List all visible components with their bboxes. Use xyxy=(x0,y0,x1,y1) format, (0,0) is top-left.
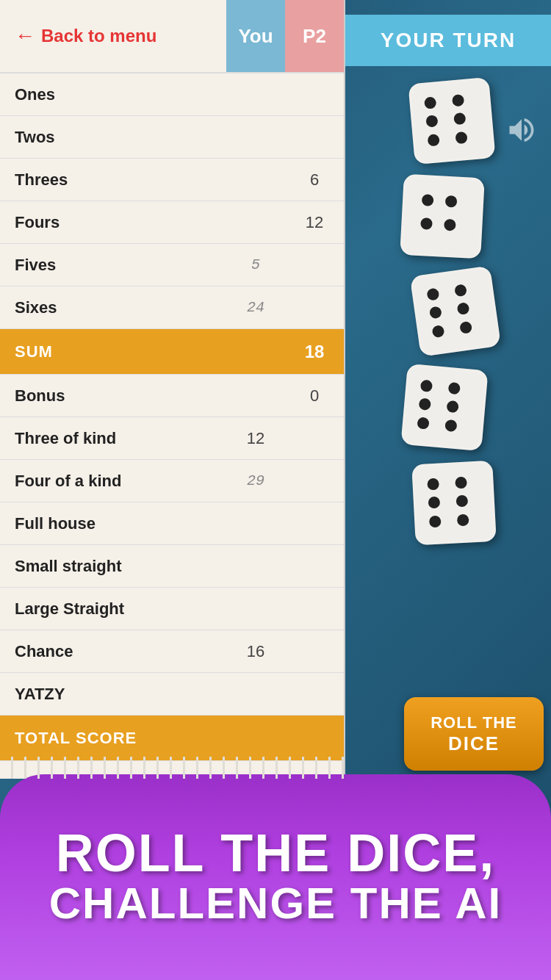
fives-label: Fives xyxy=(0,256,226,275)
back-label: Back to menu xyxy=(41,26,156,46)
threes-label: Threes xyxy=(0,170,226,190)
dot xyxy=(429,306,442,320)
dot xyxy=(420,217,433,230)
dot xyxy=(422,194,434,206)
bottom-promo-banner: ROLL THE DICE, CHALLENGE THE AI xyxy=(0,774,551,980)
roll-text-line2: DICE xyxy=(448,732,500,755)
dot xyxy=(425,115,438,128)
dot xyxy=(455,495,468,508)
dot xyxy=(457,302,470,315)
fours-label: Fours xyxy=(0,213,226,232)
die-1[interactable] xyxy=(408,77,495,165)
your-turn-text: YOUR TURN xyxy=(381,29,516,52)
dot xyxy=(448,382,461,394)
dot xyxy=(424,96,436,109)
die-3[interactable] xyxy=(410,265,501,356)
roll-dice-button[interactable]: ROLL THE DICE xyxy=(404,697,544,771)
ones-label: Ones xyxy=(0,85,226,104)
chance-row[interactable]: Chance 16 xyxy=(0,630,344,673)
twos-row[interactable]: Twos xyxy=(0,116,344,159)
dot xyxy=(455,131,467,144)
dot xyxy=(455,477,467,489)
total-score-label: TOTAL SCORE xyxy=(0,729,226,748)
threes-row[interactable]: Threes 6 xyxy=(0,159,344,201)
bonus-row[interactable]: Bonus 0 xyxy=(0,375,344,417)
dot xyxy=(457,514,469,526)
sum-row: SUM 18 xyxy=(0,329,344,375)
your-turn-banner: YOUR TURN xyxy=(345,15,551,66)
three-of-kind-label: Three of kind xyxy=(0,429,226,448)
fours-p2: 12 xyxy=(285,213,344,232)
threes-p2: 6 xyxy=(285,170,344,190)
dot xyxy=(446,400,458,413)
full-house-row[interactable]: Full house xyxy=(0,502,344,545)
large-straight-row[interactable]: Large Straight xyxy=(0,588,344,630)
three-of-kind-row[interactable]: Three of kind 12 xyxy=(0,417,344,460)
bonus-p2: 0 xyxy=(285,386,344,406)
dot xyxy=(427,478,439,491)
ones-row[interactable]: Ones xyxy=(0,73,344,116)
dot xyxy=(444,219,456,231)
dot xyxy=(459,320,472,334)
dot xyxy=(426,288,439,301)
small-straight-label: Small straight xyxy=(0,557,226,576)
dot xyxy=(431,325,444,338)
large-straight-label: Large Straight xyxy=(0,599,226,619)
full-house-label: Full house xyxy=(0,514,226,533)
fives-you: 5 xyxy=(226,256,285,273)
sum-label: SUM xyxy=(0,342,226,361)
yatzy-label: YATZY xyxy=(0,685,226,704)
dot xyxy=(420,380,433,392)
dot xyxy=(417,417,429,429)
sum-p2: 18 xyxy=(285,342,344,362)
fives-row[interactable]: Fives 5 xyxy=(0,244,344,287)
back-arrow-icon: ← xyxy=(15,24,35,48)
banner-line1: ROLL THE DICE, xyxy=(56,826,496,879)
twos-label: Twos xyxy=(0,128,226,147)
back-to-menu-button[interactable]: ← Back to menu xyxy=(0,0,226,72)
p2-column-header: P2 xyxy=(285,0,344,72)
four-of-kind-row[interactable]: Four of a kind 29 xyxy=(0,460,344,502)
dot xyxy=(444,419,457,431)
small-straight-row[interactable]: Small straight xyxy=(0,545,344,588)
chance-you: 16 xyxy=(226,642,285,661)
dot xyxy=(452,94,464,107)
scorecard-panel: ← Back to menu You P2 Ones Twos Threes 6… xyxy=(0,0,345,779)
die-5[interactable] xyxy=(411,461,497,546)
fours-row[interactable]: Fours 12 xyxy=(0,201,344,244)
scorecard-header: ← Back to menu You P2 xyxy=(0,0,344,73)
die-2[interactable] xyxy=(400,174,485,259)
sixes-row[interactable]: Sixes 24 xyxy=(0,287,344,329)
you-column-header: You xyxy=(226,0,285,72)
dot xyxy=(445,195,458,208)
dot xyxy=(429,515,442,527)
dot xyxy=(453,112,466,125)
total-score-row: TOTAL SCORE xyxy=(0,716,344,761)
roll-text-line1: ROLL THE xyxy=(431,713,517,732)
sixes-you: 24 xyxy=(226,299,285,316)
score-rows: Ones Twos Threes 6 Fours 12 Fives 5 Sixe… xyxy=(0,73,344,779)
die-4[interactable] xyxy=(400,364,488,451)
yatzy-row[interactable]: YATZY xyxy=(0,673,344,716)
banner-line2: CHALLENGE THE AI xyxy=(49,879,502,928)
dot xyxy=(427,134,439,146)
dice-area xyxy=(353,81,544,544)
dot xyxy=(454,284,467,297)
sixes-label: Sixes xyxy=(0,298,226,317)
chance-label: Chance xyxy=(0,642,226,661)
four-of-kind-you: 29 xyxy=(226,472,285,489)
three-of-kind-you: 12 xyxy=(226,429,285,448)
dot xyxy=(428,497,441,509)
dot xyxy=(419,398,431,411)
bonus-label: Bonus xyxy=(0,386,226,406)
four-of-kind-label: Four of a kind xyxy=(0,472,226,491)
